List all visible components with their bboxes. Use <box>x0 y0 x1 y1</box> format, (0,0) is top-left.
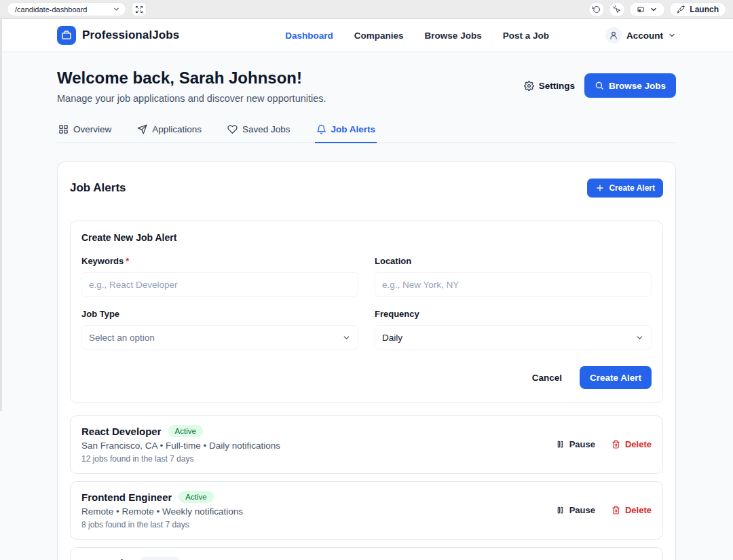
status-badge: Active <box>178 491 213 503</box>
frequency-select[interactable]: Daily <box>375 325 652 350</box>
app-window: /candidate-dashboard Launch <box>0 0 733 560</box>
job-type-field-group: Job Type Select an option <box>81 307 358 350</box>
refresh-button[interactable] <box>588 2 605 17</box>
tab-label: Overview <box>73 124 111 134</box>
required-marker: * <box>126 256 129 266</box>
heart-icon <box>227 124 238 134</box>
keywords-input[interactable] <box>81 272 358 297</box>
page-content: Welcome back, Sarah Johnson! Manage your… <box>57 68 676 560</box>
inspect-button[interactable] <box>609 2 625 17</box>
brand-name: ProfessionalJobs <box>82 29 179 42</box>
alert-row-javascript: JavaScript Paused Daily notifications 25… <box>70 547 663 560</box>
pause-label: Pause <box>569 505 595 515</box>
frequency-value: Daily <box>382 333 402 343</box>
create-alert-form: Create New Job Alert Keywords* Location … <box>70 221 663 403</box>
status-badge: Active <box>168 425 203 437</box>
window-icon <box>637 5 645 14</box>
keywords-label: Keywords* <box>81 256 129 266</box>
alert-title: React Developer <box>81 426 162 437</box>
launch-button[interactable]: Launch <box>669 2 726 17</box>
brand-logo[interactable]: ProfessionalJobs <box>57 26 179 45</box>
location-label: Location <box>375 256 411 266</box>
form-title: Create New Job Alert <box>81 232 652 243</box>
tab-label: Saved Jobs <box>242 124 290 134</box>
plus-icon <box>595 183 605 193</box>
alert-meta: San Francisco, CA • Full-time • Daily no… <box>81 441 280 451</box>
briefcase-icon <box>57 26 76 45</box>
route-selector[interactable]: /candidate-dashboard <box>7 2 126 16</box>
nav-dashboard[interactable]: Dashboard <box>285 31 333 41</box>
route-selector-value: /candidate-dashboard <box>15 5 87 14</box>
cancel-button[interactable]: Cancel <box>529 369 565 387</box>
main-nav: Dashboard Companies Browse Jobs Post a J… <box>285 31 549 41</box>
welcome-actions: Settings Browse Jobs <box>524 68 676 98</box>
location-field-group: Location <box>375 255 652 297</box>
launch-label: Launch <box>690 5 719 14</box>
tab-job-alerts[interactable]: Job Alerts <box>315 124 377 143</box>
sandbox-toolbar: /candidate-dashboard Launch <box>0 0 733 19</box>
delete-label: Delete <box>625 505 652 515</box>
alert-list: React Developer Active San Francisco, CA… <box>70 415 663 560</box>
job-type-label: Job Type <box>81 309 119 319</box>
alert-found-count: 8 jobs found in the last 7 days <box>81 520 243 529</box>
toolbar-actions: Launch <box>588 2 726 17</box>
pause-alert-button[interactable]: Pause <box>556 505 595 515</box>
gear-icon <box>524 81 534 91</box>
expand-icon <box>135 5 143 14</box>
account-menu[interactable]: Account <box>605 27 676 43</box>
alert-meta: Remote • Remote • Weekly notifications <box>81 506 243 517</box>
nav-browse-jobs[interactable]: Browse Jobs <box>425 31 482 41</box>
status-badge: Paused <box>140 557 180 560</box>
delete-alert-button[interactable]: Delete <box>612 439 652 449</box>
chevron-down-icon <box>635 333 644 342</box>
alert-row-react-developer: React Developer Active San Francisco, CA… <box>70 415 663 474</box>
pause-icon <box>556 506 565 515</box>
alert-title: Frontend Engineer <box>81 491 172 503</box>
account-label: Account <box>626 31 663 41</box>
tab-saved-jobs[interactable]: Saved Jobs <box>226 124 292 143</box>
dashboard-tabs: Overview Applications Saved Jobs Job Ale… <box>57 124 676 143</box>
chevron-down-icon <box>113 5 120 13</box>
job-alerts-header: Job Alerts Create Alert <box>58 162 675 206</box>
alert-row-frontend-engineer: Frontend Engineer Active Remote • Remote… <box>70 481 663 540</box>
form-actions: Cancel Create Alert <box>81 366 652 389</box>
pause-alert-button[interactable]: Pause <box>556 439 595 449</box>
settings-button[interactable]: Settings <box>524 81 575 91</box>
alert-found-count: 12 jobs found in the last 7 days <box>81 454 280 464</box>
pause-icon <box>556 440 565 449</box>
settings-label: Settings <box>539 81 575 91</box>
alert-title: JavaScript <box>81 557 133 560</box>
frequency-label: Frequency <box>375 309 419 319</box>
page-title: Welcome back, Sarah Johnson! <box>57 68 326 88</box>
create-alert-button[interactable]: Create Alert <box>587 179 663 198</box>
browse-jobs-label: Browse Jobs <box>609 81 666 91</box>
viewport-selector[interactable] <box>629 2 665 17</box>
tab-label: Applications <box>152 124 202 134</box>
delete-alert-button[interactable]: Delete <box>612 505 652 515</box>
user-icon <box>605 27 622 43</box>
job-alerts-title: Job Alerts <box>70 181 126 195</box>
trash-icon <box>612 506 620 515</box>
delete-label: Delete <box>625 439 652 449</box>
browse-jobs-button[interactable]: Browse Jobs <box>584 73 676 98</box>
welcome-section: Welcome back, Sarah Johnson! Manage your… <box>57 68 676 104</box>
nav-companies[interactable]: Companies <box>354 31 404 41</box>
send-icon <box>137 124 147 134</box>
rocket-icon <box>677 5 685 14</box>
site-header: ProfessionalJobs Dashboard Companies Bro… <box>0 19 733 52</box>
cursor-click-icon <box>613 5 621 14</box>
tab-applications[interactable]: Applications <box>136 124 203 143</box>
chevron-down-icon <box>650 5 658 14</box>
chevron-down-icon <box>668 31 676 39</box>
create-alert-submit-button[interactable]: Create Alert <box>580 366 652 389</box>
trash-icon <box>612 440 620 449</box>
tab-overview[interactable]: Overview <box>57 124 113 143</box>
refresh-icon <box>593 5 601 14</box>
bell-icon <box>316 124 326 134</box>
nav-post-a-job[interactable]: Post a Job <box>503 31 549 41</box>
pause-label: Pause <box>569 439 595 449</box>
frequency-field-group: Frequency Daily <box>375 307 652 350</box>
expand-button[interactable] <box>132 2 147 16</box>
job-type-select[interactable]: Select an option <box>81 325 358 350</box>
location-input[interactable] <box>375 272 652 297</box>
